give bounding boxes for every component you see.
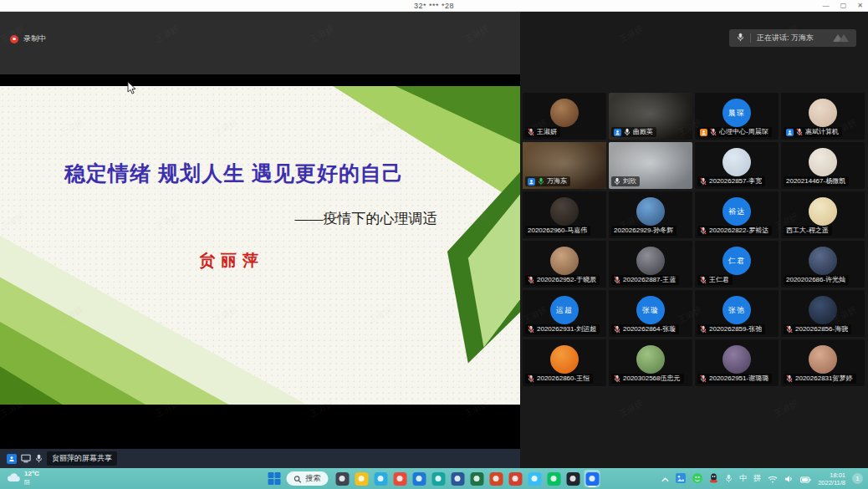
store-app-icon[interactable] [431,470,447,487]
mic-muted-icon [796,128,803,136]
participant-tile[interactable]: 仁君王仁君 [695,241,779,288]
wechat-icon[interactable] [546,470,562,487]
participant-grid: 王淑妍曲殿英晨琛心理中心-周晨琛惠斌计算机万海东刘欣2020262857-李宽2… [523,93,865,386]
maximize-button[interactable]: ▢ [840,3,847,9]
meeting-app-icon[interactable] [585,470,600,487]
word-icon[interactable] [450,470,466,487]
taskbar-clock[interactable]: 18:01 2022/11/8 [818,471,845,486]
search-input[interactable]: 搜索 [287,471,329,486]
volume-icon[interactable] [784,471,794,486]
photos-tray-icon[interactable] [676,471,686,486]
meeting-app-icon [585,472,599,486]
dingtalk-icon[interactable] [527,470,543,487]
edge-browser-icon [374,472,387,486]
participant-namebar: 王淑妍 [525,127,560,137]
recording-indicator[interactable]: 录制中 [10,33,46,44]
powerpoint-icon[interactable] [488,470,504,487]
chrome-browser-icon[interactable] [392,470,408,487]
weather-condition: 阴 [24,478,39,486]
clock-time: 18:01 [818,471,845,479]
participant-tile[interactable]: 刘欣 [609,142,692,189]
avatar [722,148,751,176]
participant-tile[interactable]: 运超2020262931-刘运超 [523,290,606,337]
participant-tile[interactable]: 曲殿英 [609,93,692,140]
participant-tile[interactable]: 万海东 [523,142,606,189]
participant-namebar: 2020262822-罗裕达 [697,226,772,236]
participant-tile[interactable]: 裕达2020262822-罗裕达 [695,191,779,238]
ime-language-indicator[interactable]: 中 [739,473,747,484]
participant-name: 刘欣 [623,177,636,186]
excel-icon[interactable] [469,470,485,487]
participant-name: 2020262857-李宽 [709,177,762,186]
participant-tile[interactable]: 王淑妍 [523,93,606,140]
minimize-button[interactable]: — [823,3,830,9]
avatar: 运超 [550,296,579,324]
avatar [809,345,837,374]
task-view-icon[interactable] [334,470,350,487]
start-button[interactable] [268,472,281,485]
participant-tile[interactable]: 2020262860-王恒 [523,339,606,386]
mouse-cursor-icon [127,82,136,98]
avatar [809,296,837,324]
participant-tile[interactable]: 2020262960-马嘉伟 [523,191,606,238]
participant-name: 2020262951-谢璐璐 [709,374,768,383]
participant-tile[interactable]: 2020214467-杨微凯 [781,142,865,189]
wechat-tray-icon[interactable] [692,471,702,486]
mic-muted-icon [700,227,707,235]
participant-tile[interactable]: 2020262831贺梦婷 [781,339,865,386]
wifi-icon[interactable] [768,471,778,486]
weather-cloud-icon [7,471,20,486]
ime-mode-indicator[interactable]: 拼 [753,473,761,484]
mic-status-icon [700,374,707,383]
participants-pane: 正在讲话: 万海东 王淑妍曲殿英晨琛心理中心-周晨琛惠斌计算机万海东刘欣2020… [520,12,868,468]
file-explorer-icon[interactable] [354,470,370,487]
close-button[interactable]: ✕ [857,3,863,9]
taskbar-center: 搜索 [268,468,600,489]
battery-icon[interactable] [800,471,811,486]
participant-namebar: 2020202686-许光灿 [784,275,849,285]
participant-name: 惠斌计算机 [805,128,839,136]
mic-status-icon [700,177,707,186]
active-speaker-banner: 正在讲话: 万海东 [729,29,856,47]
qq-tray-icon[interactable] [709,471,718,486]
participant-name: 2020262831贺梦婷 [795,374,853,383]
mic-muted-icon [528,128,534,136]
participant-tile[interactable]: 2020202686-许光灿 [781,241,865,288]
avatar: 仁君 [722,247,751,275]
weather-widget[interactable]: 12°C 阴 [7,470,39,486]
participant-tile[interactable]: 晨琛心理中心-周晨琛 [695,93,779,140]
participant-tile[interactable]: 2020262951-谢璐璐 [695,339,779,386]
participant-tile[interactable]: 张璇2020262864-张璇 [609,290,692,337]
notification-count-badge[interactable]: 1 [852,473,863,484]
mail-app-icon[interactable] [411,470,427,487]
search-icon [294,471,302,486]
mic-tray-icon[interactable] [725,471,733,486]
participant-namebar: 2020262859-张弛 [697,324,765,334]
screen-share-icon [21,451,31,466]
participant-namebar: 刘欣 [611,176,640,186]
participant-tile[interactable]: 2020262887-王蓝 [609,241,692,288]
participant-name: 2020262860-王恒 [537,374,590,383]
participant-namebar: 西工大-程之遥 [784,226,832,236]
participant-tile[interactable]: 西工大-程之遥 [781,191,865,238]
avatar [722,345,751,374]
mic-status-icon [614,177,620,186]
participant-tile[interactable]: 2020262857-李宽 [695,142,779,189]
mic-status-icon [700,276,707,284]
tray-overflow-chevron-icon[interactable] [661,476,669,484]
participant-tile[interactable]: 2020302568伍忠元 [609,339,692,386]
mic-status-icon [796,128,803,136]
participant-name: 2020262960-马嘉伟 [528,227,587,235]
qq-icon[interactable] [565,470,581,487]
participant-tile[interactable]: 2020262856-海骁 [781,290,865,337]
participant-tile[interactable]: 2020262929-孙冬辉 [609,191,692,238]
mic-on-icon [614,177,620,186]
taskbar-apps [334,470,600,487]
edge-browser-icon[interactable] [373,470,389,487]
participant-tile[interactable]: 张弛2020262859-张弛 [695,290,779,337]
participant-tile[interactable]: 2020262952-于晓辰 [523,241,606,288]
participant-tile[interactable]: 惠斌计算机 [781,93,865,140]
participant-name: 2020202686-许光灿 [786,276,845,284]
role-badge-icon [528,178,535,186]
netease-music-icon[interactable] [508,470,523,487]
